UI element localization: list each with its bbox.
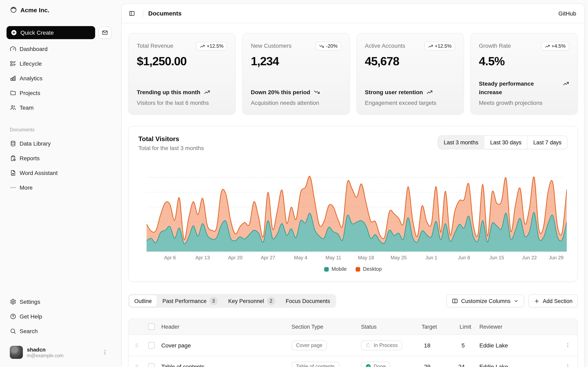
range-last-7-days[interactable]: Last 7 days <box>527 136 567 149</box>
row-header-cell[interactable]: Table of contents <box>158 363 285 367</box>
circle-check-icon <box>365 364 371 367</box>
range-last-3-months[interactable]: Last 3 months <box>438 136 484 149</box>
column-target: Target <box>416 324 442 330</box>
stat-card-new-customers: New Customers -20% 1,234 Down 20% this p… <box>242 33 350 115</box>
main-content: Documents GitHub Total Revenue +12.5% $1… <box>121 3 585 367</box>
time-range-toggle: Last 3 months Last 30 days Last 7 days <box>438 135 568 149</box>
report-icon <box>10 155 16 161</box>
inbox-button[interactable] <box>98 26 112 39</box>
limit-cell[interactable]: 24 <box>442 363 476 367</box>
sections-table: Header Section Type Status Target Limit … <box>128 318 578 367</box>
file-word-icon <box>10 170 16 176</box>
row-actions-button[interactable] <box>561 342 574 348</box>
card-label: New Customers <box>251 42 292 49</box>
trending-up-icon <box>200 43 205 49</box>
dots-icon <box>10 184 16 191</box>
customize-columns-button[interactable]: Customize Columns <box>447 294 525 308</box>
row-checkbox[interactable] <box>148 342 155 349</box>
trending-up-icon <box>563 80 569 87</box>
row-checkbox[interactable] <box>148 363 155 367</box>
sidebar-item-more[interactable]: More <box>7 181 112 194</box>
reviewer-cell[interactable]: Eddie Lake <box>476 342 558 349</box>
chart-subtitle: Total for the last 3 months <box>138 145 204 151</box>
chart-title: Total Visitors <box>138 135 204 143</box>
range-last-30-days[interactable]: Last 30 days <box>484 136 527 149</box>
circle-plus-icon <box>11 29 17 36</box>
tab-key-personnel[interactable]: Key Personnel 2 <box>223 295 280 307</box>
sidebar-item-projects[interactable]: Projects <box>7 86 112 100</box>
tab-count-badge: 3 <box>209 297 218 305</box>
tab-focus-documents[interactable]: Focus Documents <box>281 295 335 307</box>
table-header-row: Header Section Type Status Target Limit … <box>129 319 577 334</box>
target-cell[interactable]: 18 <box>416 342 442 349</box>
gauge-icon <box>10 46 16 52</box>
column-status: Status <box>355 324 416 330</box>
card-footer-title: Strong user retention <box>365 88 455 97</box>
chart-x-axis: Apr 6 Apr 13 Apr 20 Apr 27 May 4 May 11 … <box>147 255 567 261</box>
trend-badge: -20% <box>315 42 341 50</box>
sidebar-item-get-help[interactable]: Get Help <box>7 310 112 323</box>
row-header-cell[interactable]: Cover page <box>158 342 285 349</box>
quick-create-button[interactable]: Quick Create <box>7 26 95 39</box>
user-avatar <box>10 346 23 359</box>
sidebar-item-reports[interactable]: Reports <box>7 152 112 165</box>
chevron-down-icon <box>513 298 519 304</box>
sidebar-item-analytics[interactable]: Analytics <box>7 72 112 85</box>
target-cell[interactable]: 29 <box>416 363 442 367</box>
table-row: Table of contents Table of contents Done… <box>129 356 577 367</box>
tab-outline[interactable]: Outline <box>130 295 157 307</box>
sidebar: Acme Inc. Quick Create Dashboard Lifecyc… <box>0 0 118 367</box>
tab-count-badge: 2 <box>267 297 275 305</box>
row-actions-button[interactable] <box>561 363 574 367</box>
sidebar-nav-documents: Data Library Reports Word Assistant More <box>7 137 112 194</box>
legend-swatch-mobile <box>324 267 329 271</box>
card-footer-desc: Meets growth projections <box>479 100 570 106</box>
drag-handle-icon[interactable] <box>134 364 140 367</box>
github-link[interactable]: GitHub <box>558 10 576 17</box>
users-icon <box>10 104 16 111</box>
trending-up-icon <box>426 88 433 95</box>
plus-icon <box>534 298 540 304</box>
header-divider <box>143 10 143 17</box>
column-header: Header <box>158 324 285 330</box>
card-footer-title: Down 20% this period <box>251 88 341 97</box>
chart-legend: Mobile Desktop <box>138 266 568 272</box>
help-circle-icon <box>10 313 16 320</box>
org-switcher[interactable]: Acme Inc. <box>7 3 112 16</box>
folder-icon <box>10 90 16 96</box>
drag-handle-icon[interactable] <box>134 342 140 348</box>
org-logo-icon <box>10 6 17 13</box>
user-menu[interactable]: shadcn m@example.com <box>7 342 112 362</box>
sections-toolbar: Outline Past Performance 3 Key Personnel… <box>128 294 578 308</box>
sidebar-item-dashboard[interactable]: Dashboard <box>7 42 112 55</box>
sidebar-nav-main: Dashboard Lifecycle Analytics Projects T… <box>7 42 112 114</box>
dots-vertical-icon[interactable] <box>102 349 108 356</box>
limit-cell[interactable]: 5 <box>442 342 476 349</box>
legend-swatch-desktop <box>356 267 360 271</box>
trend-badge: +12.5% <box>424 42 455 50</box>
card-footer-title: Trending up this month <box>137 88 227 97</box>
reviewer-cell[interactable]: Eddie Lake <box>476 363 558 367</box>
tab-past-performance[interactable]: Past Performance 3 <box>158 295 223 307</box>
database-icon <box>10 140 16 147</box>
sidebar-toggle-button[interactable] <box>126 7 138 19</box>
sidebar-item-lifecycle[interactable]: Lifecycle <box>7 57 112 70</box>
add-section-button[interactable]: Add Section <box>528 294 578 308</box>
sidebar-item-data-library[interactable]: Data Library <box>7 137 112 150</box>
select-all-checkbox[interactable] <box>148 323 155 330</box>
legend-desktop: Desktop <box>356 266 382 272</box>
legend-mobile: Mobile <box>324 266 347 272</box>
card-label: Total Revenue <box>137 42 173 49</box>
sidebar-item-settings[interactable]: Settings <box>7 295 112 308</box>
gear-icon <box>10 299 16 305</box>
stat-card-active-accounts: Active Accounts +12.5% 45,678 Strong use… <box>356 33 464 115</box>
app-header: Documents GitHub <box>122 4 584 23</box>
stat-card-growth-rate: Growth Rate +4.5% 4.5% Steady performanc… <box>470 33 578 115</box>
sidebar-item-team[interactable]: Team <box>7 101 112 114</box>
sidebar-item-search[interactable]: Search <box>7 325 112 338</box>
sidebar-item-word-assistant[interactable]: Word Assistant <box>7 166 112 179</box>
loader-icon <box>365 342 371 348</box>
trending-up-icon <box>428 43 433 49</box>
section-tabs: Outline Past Performance 3 Key Personnel… <box>128 294 336 308</box>
total-visitors-card: Total Visitors Total for the last 3 mont… <box>128 126 578 282</box>
